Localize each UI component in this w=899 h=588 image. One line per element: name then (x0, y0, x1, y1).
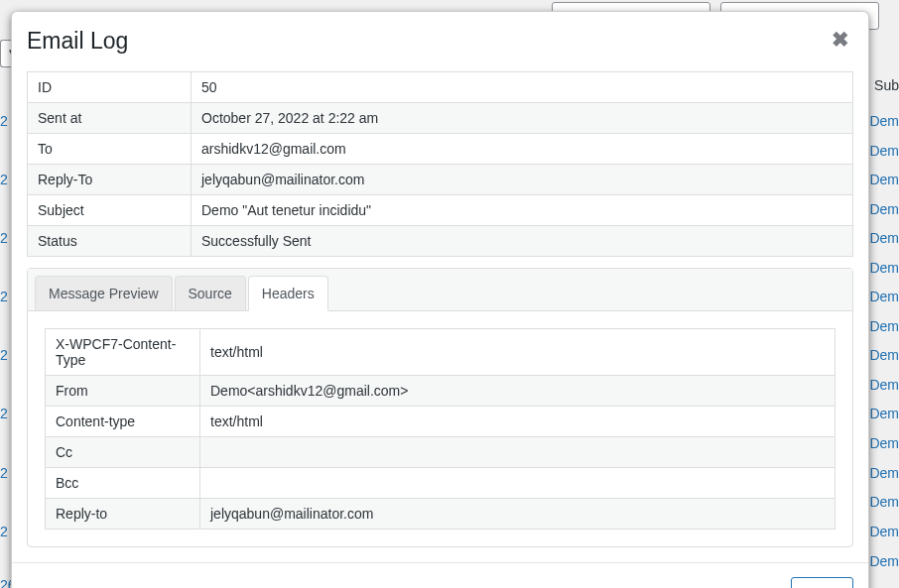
table-row: To arshidkv12@gmail.com (28, 133, 853, 164)
header-label: Bcc (46, 467, 200, 498)
info-value: Successfully Sent (192, 225, 853, 256)
close-icon[interactable]: ✖ (828, 29, 853, 50)
info-label: ID (28, 71, 192, 102)
table-row: From Demo<arshidkv12@gmail.com> (46, 375, 835, 406)
info-label: Reply-To (28, 164, 192, 194)
header-label: X-WPCF7-Content-Type (46, 328, 200, 375)
modal-overlay: Email Log ✖ ID 50 Sent at October 27, 20… (0, 0, 899, 588)
info-label: Status (28, 225, 192, 256)
header-value (200, 436, 835, 467)
tab-message-preview[interactable]: Message Preview (35, 276, 173, 311)
info-value: jelyqabun@mailinator.com (192, 164, 853, 194)
info-value: October 27, 2022 at 2:22 am (192, 102, 853, 133)
table-row: Sent at October 27, 2022 at 2:22 am (28, 102, 853, 133)
close-button[interactable]: Close (791, 577, 853, 588)
email-log-modal: Email Log ✖ ID 50 Sent at October 27, 20… (11, 11, 869, 588)
table-row: ID 50 (28, 71, 853, 102)
tab-content-headers: X-WPCF7-Content-Type text/html From Demo… (28, 311, 852, 546)
modal-title: Email Log (27, 27, 128, 57)
info-label: Subject (28, 194, 192, 225)
info-value: arshidkv12@gmail.com (192, 133, 853, 164)
header-value: jelyqabun@mailinator.com (200, 498, 835, 529)
header-value: text/html (200, 406, 835, 436)
header-value (200, 467, 835, 498)
info-value: Demo "Aut tenetur incididu" (192, 194, 853, 225)
tab-source[interactable]: Source (175, 276, 246, 311)
modal-header: Email Log ✖ (12, 12, 868, 71)
table-row: Reply-to jelyqabun@mailinator.com (46, 498, 835, 529)
header-value: Demo<arshidkv12@gmail.com> (200, 375, 835, 406)
headers-table: X-WPCF7-Content-Type text/html From Demo… (45, 328, 835, 529)
table-row: Subject Demo "Aut tenetur incididu" (28, 194, 853, 225)
info-table: ID 50 Sent at October 27, 2022 at 2:22 a… (27, 71, 853, 257)
header-label: Content-type (46, 406, 200, 436)
table-row: Content-type text/html (46, 406, 835, 436)
header-label: Reply-to (46, 498, 200, 529)
modal-body: ID 50 Sent at October 27, 2022 at 2:22 a… (12, 71, 868, 562)
table-row: Status Successfully Sent (28, 225, 853, 256)
info-label: To (28, 133, 192, 164)
header-value: text/html (200, 328, 835, 375)
tabs-container: Message Preview Source Headers X-WPCF7-C… (27, 268, 853, 547)
table-row: Cc (46, 436, 835, 467)
tab-headers[interactable]: Headers (248, 276, 328, 311)
info-label: Sent at (28, 102, 192, 133)
header-label: Cc (46, 436, 200, 467)
modal-footer: Close (12, 562, 868, 588)
info-value: 50 (192, 71, 853, 102)
table-row: Reply-To jelyqabun@mailinator.com (28, 164, 853, 194)
table-row: X-WPCF7-Content-Type text/html (46, 328, 835, 375)
tabs-nav: Message Preview Source Headers (28, 269, 852, 311)
header-label: From (46, 375, 200, 406)
table-row: Bcc (46, 467, 835, 498)
